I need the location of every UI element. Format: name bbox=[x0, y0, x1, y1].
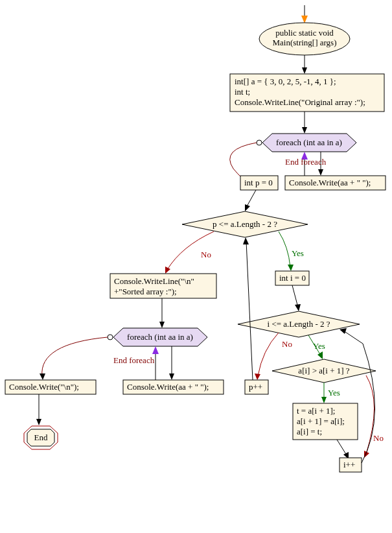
foreach1-label: foreach (int aa in a) bbox=[276, 137, 342, 147]
arrow-icon bbox=[317, 351, 323, 359]
arrow-icon bbox=[318, 169, 323, 176]
node-icond: i <= a.Length - 2 ? bbox=[238, 311, 360, 337]
node-main: public static void Main(string[] args) bbox=[259, 23, 350, 55]
swapcond-label: a[i] > a[i + 1] ? bbox=[298, 366, 349, 375]
sorted-line1: Console.WriteLine("\n" bbox=[114, 276, 194, 286]
pcond-label: p <= a.Length - 2 ? bbox=[213, 219, 277, 229]
yes-label3: Yes bbox=[328, 388, 340, 397]
main-line1: public static void bbox=[275, 28, 334, 38]
edge bbox=[246, 241, 253, 380]
swap-line3: a[i] = t; bbox=[297, 427, 322, 436]
write1-label: Console.Write(aa + " "); bbox=[289, 178, 371, 187]
svg-point-33 bbox=[108, 335, 113, 340]
no-label2: No bbox=[282, 339, 292, 349]
edge bbox=[343, 331, 375, 463]
node-ppp: p++ bbox=[245, 380, 268, 394]
arrow-icon bbox=[255, 373, 260, 380]
node-foreach1: foreach (int aa in a) bbox=[262, 134, 356, 152]
foreach2-exit-circle bbox=[108, 335, 113, 340]
arrow-icon bbox=[165, 266, 170, 274]
yes-label: Yes bbox=[292, 248, 304, 258]
no-label3: No bbox=[373, 433, 384, 443]
edge bbox=[337, 440, 347, 455]
node-swap: t = a[i + 1]; a[i + 1] = a[i]; a[i] = t; bbox=[293, 403, 358, 440]
node-p0: int p = 0 bbox=[240, 176, 278, 190]
node-foreach2: foreach (int aa in a) bbox=[113, 328, 207, 346]
arrow-icon bbox=[169, 373, 174, 380]
node-swapcond: a[i] > a[i + 1] ? bbox=[272, 359, 376, 383]
edge bbox=[292, 285, 298, 307]
edge bbox=[246, 190, 256, 207]
init-line2: int t; bbox=[235, 87, 250, 97]
node-i0: int i = 0 bbox=[275, 271, 309, 285]
node-ipp: i++ bbox=[340, 458, 362, 472]
node-sorted: Console.WriteLine("\n" +"Sorted array :"… bbox=[110, 274, 216, 298]
writeN-label: Console.Write("\n"); bbox=[9, 382, 79, 392]
node-end: End bbox=[24, 426, 58, 449]
arrow-icon bbox=[340, 328, 347, 334]
arrow-icon bbox=[288, 265, 294, 271]
arrow-icon bbox=[40, 373, 45, 380]
arrow-icon bbox=[159, 322, 165, 328]
icond-label: i <= a.Length - 2 ? bbox=[268, 319, 330, 329]
start-arrow-icon bbox=[301, 5, 308, 23]
yes-label2: Yes bbox=[313, 341, 325, 351]
no-label1: No bbox=[201, 250, 211, 259]
p0-label: int p = 0 bbox=[244, 178, 273, 187]
init-line3: Console.WriteLine("Original array :"); bbox=[235, 97, 365, 107]
edge bbox=[42, 337, 108, 376]
arrow-icon bbox=[245, 204, 250, 211]
end-foreach1-label: End foreach bbox=[285, 157, 327, 167]
svg-point-10 bbox=[257, 140, 262, 145]
arrow-icon bbox=[243, 237, 249, 244]
edge bbox=[258, 333, 279, 376]
write2-label: Console.Write(aa + " "); bbox=[127, 382, 209, 392]
init-line1: int[] a = { 3, 0, 2, 5, -1, 4, 1 }; bbox=[235, 77, 336, 86]
edge bbox=[279, 231, 290, 267]
swap-line1: t = a[i + 1]; bbox=[297, 406, 335, 416]
arrow-icon bbox=[152, 346, 159, 354]
arrow-icon bbox=[302, 67, 307, 74]
node-pcond: p <= a.Length - 2 ? bbox=[182, 211, 308, 237]
foreach1-exit-circle bbox=[257, 140, 262, 145]
node-writeN: Console.Write("\n"); bbox=[5, 380, 96, 394]
swap-line2: a[i + 1] = a[i]; bbox=[297, 416, 345, 426]
ppp-label: p++ bbox=[249, 382, 262, 392]
arrow-icon bbox=[36, 419, 41, 425]
main-line2: Main(string[] args) bbox=[272, 38, 336, 47]
arrow-icon bbox=[321, 397, 327, 403]
svg-marker-1 bbox=[301, 16, 308, 23]
foreach2-label: foreach (int aa in a) bbox=[127, 332, 193, 342]
edge bbox=[230, 143, 257, 180]
end-label: End bbox=[34, 432, 48, 442]
arrow-icon bbox=[302, 127, 307, 134]
node-init: int[] a = { 3, 0, 2, 5, -1, 4, 1 }; int … bbox=[230, 74, 384, 112]
node-write1: Console.Write(aa + " "); bbox=[285, 176, 386, 190]
arrow-icon bbox=[295, 304, 301, 311]
ipp-label: i++ bbox=[343, 460, 355, 469]
node-write2: Console.Write(aa + " "); bbox=[123, 380, 224, 394]
sorted-line2: +"Sorted array :"); bbox=[114, 287, 177, 296]
end-foreach2-label: End foreach bbox=[113, 355, 155, 365]
i0-label: int i = 0 bbox=[279, 273, 306, 283]
